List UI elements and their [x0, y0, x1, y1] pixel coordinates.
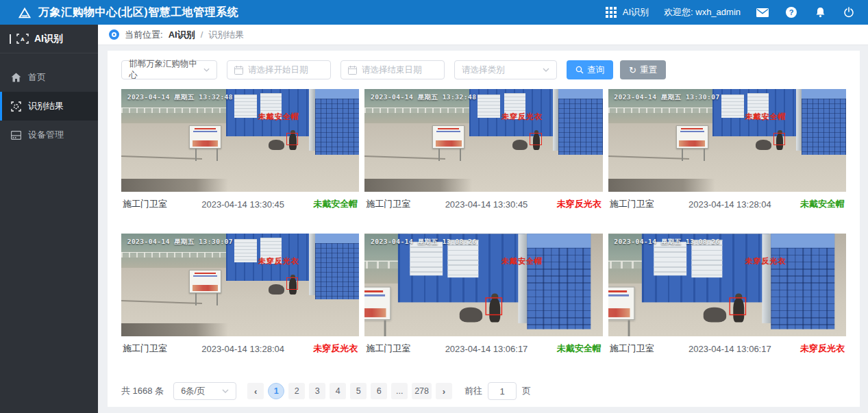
page-button[interactable]: 5 — [350, 383, 367, 399]
scene-gate-grid — [558, 99, 603, 155]
result-card[interactable]: 2023-04-14 星期五 13:32:48 未戴安全帽 施工门卫室 2023… — [121, 89, 359, 210]
location-target-icon — [109, 29, 119, 40]
snapshot-timestamp-overlay: 2023-04-14 星期五 13:30:07 — [614, 93, 719, 102]
scene-scooter — [756, 140, 771, 150]
detection-label-overlay: 未戴安全帽 — [258, 112, 299, 122]
pagination-bar: 共 1668 条 6条/页 ‹ 1 2 3 4 5 6 ... 278 › 前往… — [121, 382, 846, 400]
scene-sign-board — [432, 125, 464, 149]
goto-suffix: 页 — [522, 385, 531, 397]
card-time: 2023-04-14 13:28:04 — [177, 344, 308, 354]
start-date-placeholder: 请选择开始日期 — [248, 64, 308, 76]
scene-gate-post — [309, 89, 314, 151]
card-time: 2023-04-14 13:06:17 — [421, 344, 551, 354]
app-title: 万象汇购物中心(北区)智慧工地管理系统 — [38, 5, 238, 20]
sidebar-item-devices[interactable]: 设备管理 — [0, 121, 98, 149]
card-location: 施工门卫室 — [610, 198, 665, 210]
scene-shadow-mat — [608, 179, 715, 192]
app-switcher[interactable]: AI识别 — [604, 5, 649, 19]
scene-gate-top-bar — [558, 89, 603, 99]
mail-icon[interactable] — [756, 5, 769, 19]
reset-button[interactable]: ↻ 重置 — [620, 60, 666, 79]
scene-railing — [608, 108, 720, 113]
detection-box — [729, 297, 746, 315]
goto-label: 前往 — [464, 385, 482, 397]
page-size-select[interactable]: 6条/页 — [173, 382, 236, 400]
camera-snapshot[interactable]: 2023-04-14 星期五 13:30:07 未穿反光衣 — [121, 234, 359, 336]
snapshot-timestamp-overlay: 2023-04-14 星期五 13:32:48 — [371, 93, 476, 102]
scene-scooter — [269, 284, 284, 295]
card-location: 施工门卫室 — [123, 342, 177, 355]
bell-icon[interactable] — [813, 5, 827, 19]
result-card[interactable]: 2023-04-14 星期五 13:08:26 未戴安全帽 施工门卫室 2023… — [364, 234, 602, 355]
scene-gate-post — [309, 234, 314, 295]
scene-sign-image-strip — [608, 308, 630, 317]
scene-gate-top-bar — [771, 234, 835, 247]
scene-gate-post — [519, 234, 527, 323]
prev-page-button[interactable]: ‹ — [247, 383, 264, 399]
scene-sign-image-strip — [193, 285, 219, 291]
camera-snapshot[interactable]: 2023-04-14 星期五 13:32:48 未戴安全帽 — [121, 89, 359, 192]
page-button[interactable]: 4 — [330, 383, 346, 399]
scene-scooter — [460, 307, 483, 322]
sidebar-item-results[interactable]: 识别结果 — [0, 92, 98, 121]
card-location: 施工门卫室 — [123, 198, 177, 210]
scene-sign-leg — [195, 293, 197, 305]
chevron-down-icon — [222, 389, 229, 393]
status-badge: 未戴安全帽 — [795, 198, 845, 210]
scene-sign-image-strip — [364, 308, 386, 317]
svg-text:A: A — [21, 36, 25, 42]
start-date-picker[interactable]: 请选择开始日期 — [227, 60, 331, 79]
scene-scooter — [512, 140, 528, 150]
sidebar-item-home[interactable]: 首页 — [0, 63, 98, 92]
page-button[interactable]: 278 — [412, 383, 432, 399]
header-actions: AI识别 欢迎您: wxh_admin ? — [604, 5, 856, 19]
chevron-down-icon — [543, 68, 549, 72]
snapshot-timestamp-overlay: 2023-04-14 星期五 13:32:48 — [127, 93, 233, 102]
power-icon[interactable] — [842, 5, 856, 19]
next-page-button[interactable]: › — [436, 383, 452, 399]
breadcrumb-page: 识别结果 — [208, 29, 244, 41]
scene-sign-leg — [628, 321, 630, 336]
camera-snapshot[interactable]: 2023-04-14 星期五 13:08:26 未穿反光衣 — [608, 234, 846, 336]
snapshot-timestamp-overlay: 2023-04-14 星期五 13:08:26 — [371, 238, 476, 247]
scene-sign-image-strip — [193, 140, 219, 147]
scene-sign-leg — [460, 149, 461, 161]
snapshot-timestamp-overlay: 2023-04-14 星期五 13:08:26 — [614, 238, 719, 247]
card-time: 2023-04-14 13:28:04 — [665, 199, 795, 210]
card-location: 施工门卫室 — [610, 342, 665, 355]
result-card[interactable]: 2023-04-14 星期五 13:08:26 未穿反光衣 施工门卫室 2023… — [608, 234, 846, 355]
result-card[interactable]: 2023-04-14 星期五 13:32:48 未穿反光衣 施工门卫室 2023… — [364, 89, 602, 210]
sidebar-item-label: 识别结果 — [28, 100, 64, 112]
end-date-placeholder: 请选择结束日期 — [362, 64, 422, 76]
page-button[interactable]: 1 — [268, 383, 284, 399]
page-button[interactable]: 2 — [288, 383, 305, 399]
end-date-picker[interactable]: 请选择结束日期 — [340, 60, 445, 79]
page-button[interactable]: 6 — [371, 383, 387, 399]
result-card[interactable]: 2023-04-14 星期五 13:30:07 未穿反光衣 施工门卫室 2023… — [121, 234, 359, 355]
scene-railing — [364, 108, 476, 113]
camera-snapshot[interactable]: 2023-04-14 星期五 13:08:26 未戴安全帽 — [364, 234, 602, 336]
scene-sign-leg — [195, 149, 197, 161]
search-button[interactable]: 查询 — [567, 60, 613, 79]
breadcrumb-section[interactable]: AI识别 — [169, 29, 195, 41]
card-location: 施工门卫室 — [366, 342, 421, 355]
apps-grid-icon — [604, 5, 618, 19]
snapshot-scene — [364, 89, 602, 192]
site-select[interactable]: 邯郸万象汇购物中心 — [121, 60, 217, 79]
category-select[interactable]: 请选择类别 — [454, 60, 557, 79]
scene-railing — [121, 108, 233, 113]
scene-railing — [121, 252, 233, 258]
goto-page-input[interactable] — [488, 382, 517, 400]
scene-sign-leg — [682, 149, 683, 161]
scene-gate-post — [796, 89, 802, 151]
page-ellipsis[interactable]: ... — [391, 383, 408, 399]
scene-sign-text-line — [436, 131, 460, 132]
camera-snapshot[interactable]: 2023-04-14 星期五 13:32:48 未穿反光衣 — [364, 89, 602, 192]
scene-sign-text-line — [364, 295, 385, 297]
refresh-icon: ↻ — [629, 66, 636, 75]
result-card[interactable]: 2023-04-14 星期五 13:30:07 未戴安全帽 施工门卫室 2023… — [608, 89, 846, 210]
page-button[interactable]: 3 — [309, 383, 325, 399]
card-caption: 施工门卫室 2023-04-14 13:30:45 未穿反光衣 — [364, 198, 602, 210]
camera-snapshot[interactable]: 2023-04-14 星期五 13:30:07 未戴安全帽 — [608, 89, 846, 192]
help-icon[interactable]: ? — [784, 5, 798, 19]
